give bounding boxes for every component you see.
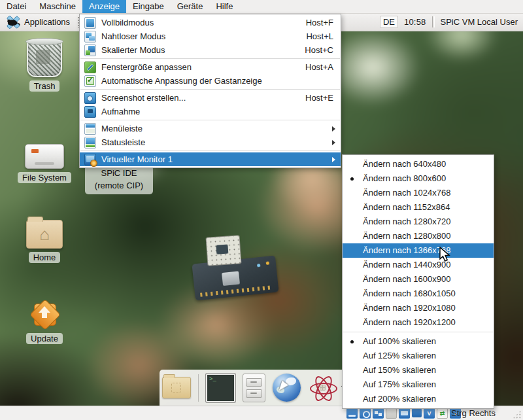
menu-separator	[80, 150, 340, 151]
submenu-item-label: Auf 125% skalieren	[363, 351, 436, 360]
menu-item-label: Automatische Anpassung der Gastanzeige	[101, 76, 333, 86]
menu-item-label: Virtueller Monitor 1	[101, 154, 327, 164]
submenu-item-label: Ändern nach 1280x720	[363, 217, 450, 226]
submenu-item-scale-150[interactable]: Auf 150% skalieren	[343, 363, 494, 377]
submenu-item-1366x768[interactable]: Ändern nach 1366x768	[343, 243, 494, 258]
archive-cabinet-icon[interactable]	[243, 374, 265, 402]
menu-item-vollbildmodus[interactable]: Vollbildmodus Host+F	[80, 16, 341, 29]
adjust-window-size-icon	[84, 61, 96, 73]
menu-separator	[80, 89, 340, 90]
features-status-icon[interactable]	[424, 408, 435, 419]
menu-item-virtueller-monitor-1[interactable]: Virtueller Monitor 1	[80, 152, 341, 166]
menubar-item-anzeige[interactable]: Anzeige	[82, 0, 126, 13]
host-key-label: Strg Rechts	[451, 408, 496, 418]
distro-mouse-icon	[6, 16, 20, 29]
submenu-item-800x600[interactable]: Ändern nach 800x600	[343, 171, 494, 186]
screenshot-icon	[84, 92, 96, 104]
radio-dot-icon	[350, 177, 354, 181]
desktop-icon-file-system[interactable]: File System	[8, 144, 80, 183]
desktop-icon-spic-ide[interactable]: SPiC IDE (remote CIP)	[85, 166, 153, 194]
hard-disk-status-icon[interactable]	[346, 408, 358, 419]
menubar-item-maschine[interactable]: Maschine	[33, 0, 82, 13]
submenu-arrow-icon	[332, 157, 335, 162]
menubar-item-datei[interactable]: Datei	[0, 0, 33, 13]
anzeige-menu: Vollbildmodus Host+F Nahtloser Modus Hos…	[79, 14, 341, 168]
submenu-item-scale-100[interactable]: Auf 100% skalieren	[343, 334, 494, 349]
submenu-item-640x480[interactable]: Ändern nach 640x480	[343, 157, 494, 171]
menu-item-fenstergroesse-anpassen[interactable]: Fenstergröße anpassen Host+A	[80, 60, 341, 74]
up-arrow-stem	[42, 312, 47, 318]
submenu-item-scale-175[interactable]: Auf 175% skalieren	[343, 377, 494, 392]
menubar-item-geraete[interactable]: Geräte	[171, 0, 210, 13]
optical-drive-status-icon[interactable]	[360, 408, 371, 419]
menu-item-shortcut: Host+L	[306, 31, 333, 41]
submenu-item-1152x864[interactable]: Ändern nach 1152x864	[343, 200, 494, 215]
menu-item-automatische-anpassung[interactable]: Automatische Anpassung der Gastanzeige	[80, 74, 341, 88]
submenu-item-label: Auf 175% skalieren	[363, 379, 436, 389]
monitor-submenu: Ändern nach 640x480 Ändern nach 800x600 …	[342, 154, 494, 409]
led-detail	[266, 261, 269, 264]
recording-icon	[84, 106, 96, 118]
network-status-icon[interactable]	[373, 408, 384, 419]
user-session-label[interactable]: SPiC VM Local User	[441, 17, 518, 27]
circuit-board-small	[206, 235, 242, 266]
menu-item-skalierter-modus[interactable]: Skalierter Modus Host+C	[80, 43, 341, 57]
menu-item-label: Menüleiste	[101, 124, 327, 133]
panel-status-area: DE 10:58 SPiC VM Local User	[380, 16, 523, 28]
submenu-item-label: Auf 100% skalieren	[363, 336, 436, 346]
display-status-icon[interactable]	[399, 408, 410, 419]
submenu-item-1280x720[interactable]: Ändern nach 1280x720	[343, 215, 494, 229]
desktop-icon-home[interactable]: ⌂ Home	[8, 220, 80, 263]
applications-label: Applications	[24, 17, 70, 27]
shared-folders-status-icon[interactable]	[412, 408, 422, 417]
menu-item-nahtloser-modus[interactable]: Nahtloser Modus Host+L	[80, 29, 341, 43]
submenu-item-1280x800[interactable]: Ändern nach 1280x800	[343, 229, 494, 243]
submenu-item-label: Ändern nach 1440x900	[363, 260, 450, 270]
desktop-icon-update[interactable]: Update	[8, 298, 80, 344]
menu-item-aufnahme[interactable]: Aufnahme	[80, 105, 341, 118]
house-glyph: ⌂	[39, 226, 50, 243]
submenu-arrow-icon	[332, 140, 335, 145]
submenu-item-label: Ändern nach 1280x800	[363, 231, 450, 241]
menu-item-screenshot-erstellen[interactable]: Screenshot erstellen... Host+E	[80, 91, 341, 105]
menu-separator	[80, 120, 340, 120]
menu-item-shortcut: Host+A	[305, 62, 333, 72]
submenu-arrow-icon	[332, 126, 335, 131]
menu-item-statusleiste[interactable]: Statusleiste	[80, 135, 341, 149]
submenu-item-1680x1050[interactable]: Ändern nach 1680x1050	[343, 287, 494, 301]
submenu-item-1024x768[interactable]: Ändern nach 1024x768	[343, 186, 494, 200]
submenu-item-label: Ändern nach 1366x768	[363, 245, 450, 255]
web-browser-icon[interactable]	[273, 374, 301, 402]
resize-grip[interactable]	[513, 410, 521, 419]
clock[interactable]: 10:58	[404, 17, 426, 27]
atom-nucleus	[320, 385, 326, 391]
physics-ide-icon[interactable]	[308, 374, 338, 402]
submenu-item-1920x1080[interactable]: Ändern nach 1920x1080	[343, 301, 494, 315]
menubar-item-hilfe[interactable]: Hilfe	[209, 0, 239, 13]
vm-window-menubar: Datei Maschine Anzeige Eingabe Geräte Hi…	[0, 0, 523, 14]
seamless-icon	[84, 31, 96, 43]
menu-item-menueleiste[interactable]: Menüleiste	[80, 122, 341, 135]
menubar-item-eingabe[interactable]: Eingabe	[126, 0, 171, 13]
submenu-item-scale-200[interactable]: Auf 200% skalieren	[343, 392, 494, 406]
applications-menu-button[interactable]: Applications	[0, 13, 76, 31]
radio-dot-icon	[350, 340, 354, 343]
usb-status-icon[interactable]	[386, 408, 397, 419]
terminal-icon[interactable]: >_	[206, 374, 235, 402]
submenu-item-1920x1200[interactable]: Ändern nach 1920x1200	[343, 315, 494, 330]
panel-separator	[432, 16, 435, 27]
submenu-item-scale-125[interactable]: Auf 125% skalieren	[343, 349, 494, 363]
submenu-item-label: Ändern nach 1920x1200	[363, 317, 456, 327]
menu-item-label: Screenshot erstellen...	[101, 93, 300, 103]
menu-separator	[80, 58, 340, 59]
keyboard-layout-indicator[interactable]: DE	[380, 16, 398, 28]
submenu-item-1440x900[interactable]: Ändern nach 1440x900	[343, 258, 494, 272]
virtual-monitor-icon	[84, 154, 96, 166]
desktop-icon-trash[interactable]: Trash	[8, 39, 80, 92]
status-bar-icon	[84, 137, 96, 149]
menu-item-shortcut: Host+C	[305, 45, 333, 55]
file-manager-icon[interactable]	[162, 377, 191, 398]
mouse-integration-status-icon[interactable]	[437, 408, 448, 419]
menu-item-label: Nahtloser Modus	[101, 31, 301, 41]
submenu-item-1600x900[interactable]: Ändern nach 1600x900	[343, 272, 494, 287]
